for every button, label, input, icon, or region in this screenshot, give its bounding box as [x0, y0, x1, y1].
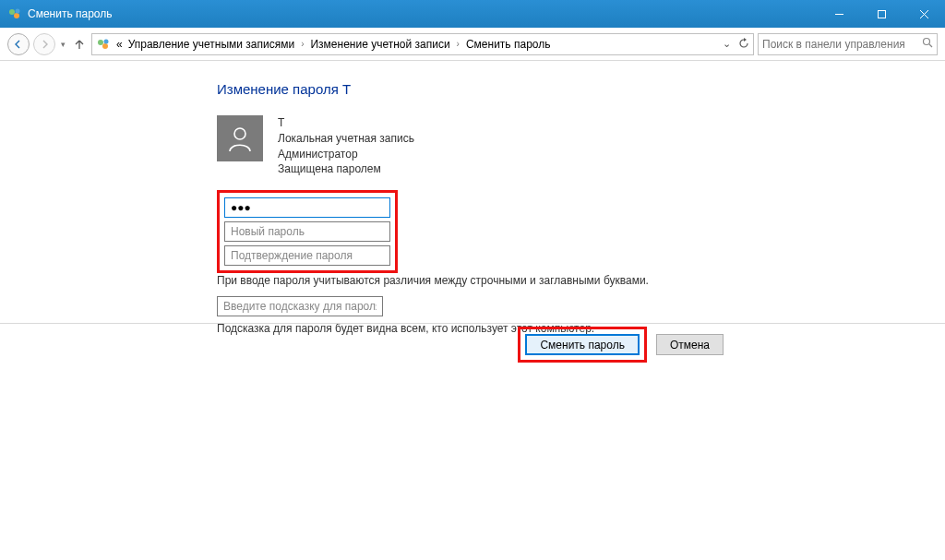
- refresh-icon[interactable]: [738, 38, 749, 51]
- search-icon[interactable]: [922, 37, 933, 51]
- address-dropdown-icon[interactable]: ⌄: [723, 38, 731, 50]
- svg-point-12: [234, 128, 245, 139]
- window-controls: [818, 0, 945, 28]
- breadcrumb-item[interactable]: Сменить пароль: [466, 38, 551, 51]
- close-button[interactable]: [903, 0, 945, 28]
- avatar: [217, 115, 263, 161]
- maximize-button[interactable]: [860, 0, 903, 28]
- svg-point-0: [9, 9, 15, 15]
- back-button[interactable]: [7, 33, 30, 55]
- new-password-input[interactable]: [224, 221, 390, 242]
- minimize-button[interactable]: [818, 0, 860, 28]
- page-title: Изменение пароля T: [217, 81, 927, 97]
- svg-point-7: [98, 40, 103, 45]
- window-titlebar: Сменить пароль: [0, 0, 945, 28]
- app-icon: [7, 6, 22, 21]
- password-hint-input[interactable]: [217, 296, 383, 316]
- case-sensitivity-hint: При вводе пароля учитываются различия ме…: [217, 274, 927, 287]
- window-title: Сменить пароль: [28, 7, 818, 20]
- forward-button[interactable]: [33, 33, 55, 55]
- svg-rect-4: [878, 10, 885, 18]
- account-protection: Защищена паролем: [278, 161, 414, 177]
- change-password-button[interactable]: Сменить пароль: [525, 334, 640, 355]
- search-bar[interactable]: [758, 33, 938, 55]
- breadcrumb-item[interactable]: Изменение учетной записи: [310, 38, 449, 51]
- history-dropdown-icon[interactable]: ▾: [61, 40, 66, 49]
- account-role: Администратор: [278, 147, 414, 162]
- cancel-button[interactable]: Отмена: [656, 334, 724, 355]
- address-bar[interactable]: « Управление учетными записями › Изменен…: [91, 33, 754, 55]
- up-button[interactable]: [71, 33, 88, 55]
- svg-line-11: [929, 44, 932, 47]
- content-area: Изменение пароля T T Локальная учетная з…: [0, 61, 945, 335]
- current-password-input[interactable]: [224, 197, 390, 218]
- submit-button-highlight: Сменить пароль: [518, 327, 647, 363]
- search-input[interactable]: [762, 38, 922, 51]
- svg-point-10: [924, 39, 930, 45]
- svg-point-9: [104, 39, 109, 43]
- account-summary: T Локальная учетная запись Администратор…: [217, 115, 927, 177]
- svg-point-2: [16, 9, 20, 14]
- svg-point-1: [14, 13, 19, 18]
- account-type: Локальная учетная запись: [278, 131, 414, 147]
- user-accounts-icon: [96, 37, 111, 52]
- breadcrumb-item[interactable]: Управление учетными записями: [128, 38, 294, 51]
- chevron-right-icon: ›: [457, 39, 460, 49]
- password-fields-highlight: [217, 190, 398, 273]
- confirm-password-input[interactable]: [224, 245, 390, 266]
- chevron-right-icon: ›: [301, 39, 304, 49]
- explorer-toolbar: ▾ « Управление учетными записями › Измен…: [0, 28, 945, 61]
- account-name: T: [278, 115, 414, 131]
- button-bar: Сменить пароль Отмена: [0, 323, 945, 365]
- breadcrumb-prefix: «: [116, 38, 123, 51]
- account-details: T Локальная учетная запись Администратор…: [278, 115, 414, 177]
- svg-point-8: [102, 43, 108, 49]
